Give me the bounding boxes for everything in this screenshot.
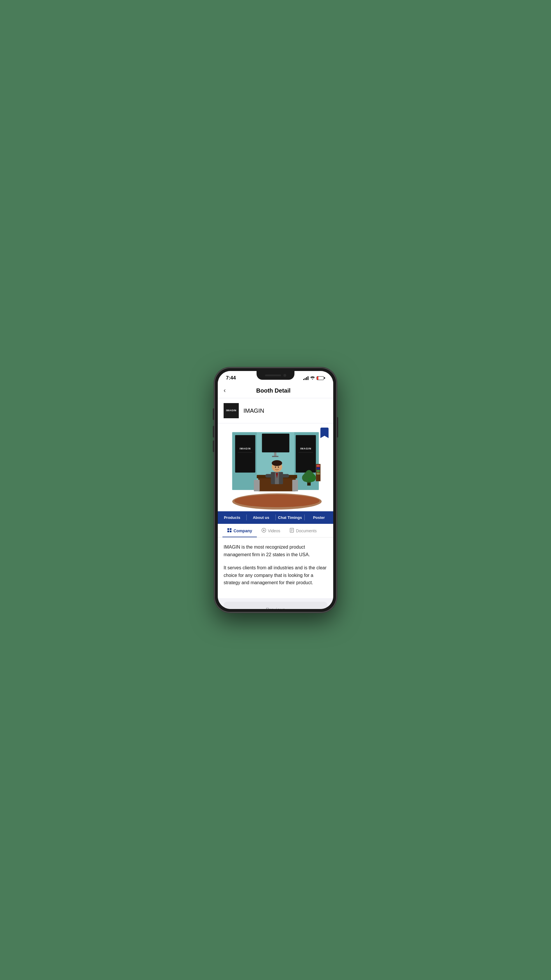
tab-poster[interactable]: Poster xyxy=(305,511,333,524)
play-icon xyxy=(262,528,266,534)
content-para-2: It serves clients from all industries an… xyxy=(224,564,327,587)
svg-rect-46 xyxy=(230,531,232,532)
booth-illustration: IMAGIN IMAGIN xyxy=(218,423,333,511)
svg-text:IMAGIN: IMAGIN xyxy=(240,447,251,450)
previous-button[interactable]: Previous xyxy=(224,602,327,609)
main-tab-bar: Products About us Chat Timings Poster xyxy=(218,511,333,524)
nav-header: ‹ Booth Detail xyxy=(218,383,333,398)
tab-products[interactable]: Products xyxy=(218,511,246,524)
company-logo: IMAGIN xyxy=(224,403,239,418)
footer-area: Previous xyxy=(218,598,333,609)
svg-rect-44 xyxy=(230,528,232,530)
wifi-icon xyxy=(310,376,315,380)
svg-rect-34 xyxy=(317,465,320,467)
sub-tab-company[interactable]: Company xyxy=(222,524,257,537)
notch-camera xyxy=(283,374,286,377)
notch-speaker xyxy=(265,374,281,376)
svg-marker-48 xyxy=(263,530,265,531)
svg-rect-7 xyxy=(262,434,289,452)
notch xyxy=(257,371,294,380)
sub-tab-videos-label: Videos xyxy=(268,528,281,533)
signal-icon xyxy=(303,376,308,380)
svg-point-42 xyxy=(305,470,313,478)
company-header: IMAGIN IMAGIN xyxy=(218,398,333,423)
sub-tab-documents-label: Documents xyxy=(296,528,317,533)
svg-rect-10 xyxy=(295,435,316,473)
svg-rect-43 xyxy=(227,528,229,530)
sub-tab-documents[interactable]: Documents xyxy=(285,524,321,537)
svg-rect-18 xyxy=(292,480,298,492)
svg-rect-4 xyxy=(235,435,255,473)
company-name: IMAGIN xyxy=(243,407,264,414)
document-icon xyxy=(289,528,294,534)
svg-rect-36 xyxy=(317,470,320,472)
content-para-1: IMAGIN is the most recognized product ma… xyxy=(224,543,327,558)
tab-chat-timings[interactable]: Chat Timings xyxy=(276,511,304,524)
svg-rect-25 xyxy=(281,474,289,477)
svg-rect-9 xyxy=(272,456,278,457)
svg-text:IMAGIN: IMAGIN xyxy=(300,447,311,450)
svg-point-27 xyxy=(278,467,279,468)
svg-rect-17 xyxy=(254,480,260,492)
status-icons xyxy=(303,376,325,380)
svg-rect-24 xyxy=(265,474,274,477)
status-time: 7:44 xyxy=(226,375,236,381)
svg-rect-35 xyxy=(317,468,320,469)
company-logo-text: IMAGIN xyxy=(226,409,237,412)
phone-frame: 7:44 xyxy=(214,368,337,612)
booth-image-container: IMAGIN IMAGIN xyxy=(218,423,333,511)
page-title: Booth Detail xyxy=(229,387,318,394)
svg-point-20 xyxy=(272,460,282,466)
sub-tab-bar: Company Videos xyxy=(218,524,333,538)
sub-tab-videos[interactable]: Videos xyxy=(257,524,285,537)
content-area: IMAGIN is the most recognized product ma… xyxy=(218,538,333,598)
sub-tab-company-label: Company xyxy=(233,528,252,533)
svg-rect-37 xyxy=(317,473,320,474)
svg-rect-45 xyxy=(227,531,229,532)
tab-about-us[interactable]: About us xyxy=(247,511,275,524)
svg-rect-8 xyxy=(274,452,276,456)
back-button[interactable]: ‹ xyxy=(224,387,229,395)
grid-icon xyxy=(227,528,232,534)
svg-point-26 xyxy=(275,467,276,468)
bookmark-button[interactable] xyxy=(321,428,329,439)
battery-icon xyxy=(317,376,325,380)
svg-point-14 xyxy=(234,495,320,508)
app-content: ‹ Booth Detail IMAGIN IMAGIN xyxy=(218,383,333,609)
phone-screen: 7:44 xyxy=(218,371,333,609)
